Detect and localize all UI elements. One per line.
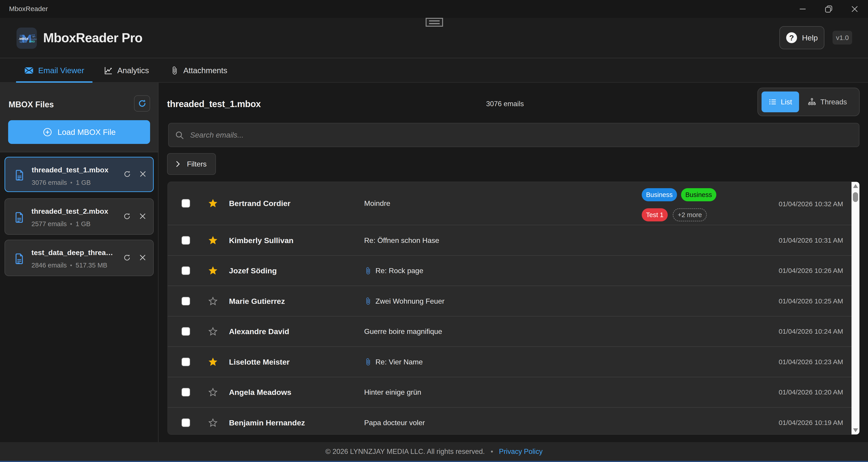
svg-text:PRO: PRO	[29, 40, 35, 43]
svg-text:.MBOX: .MBOX	[19, 37, 29, 40]
